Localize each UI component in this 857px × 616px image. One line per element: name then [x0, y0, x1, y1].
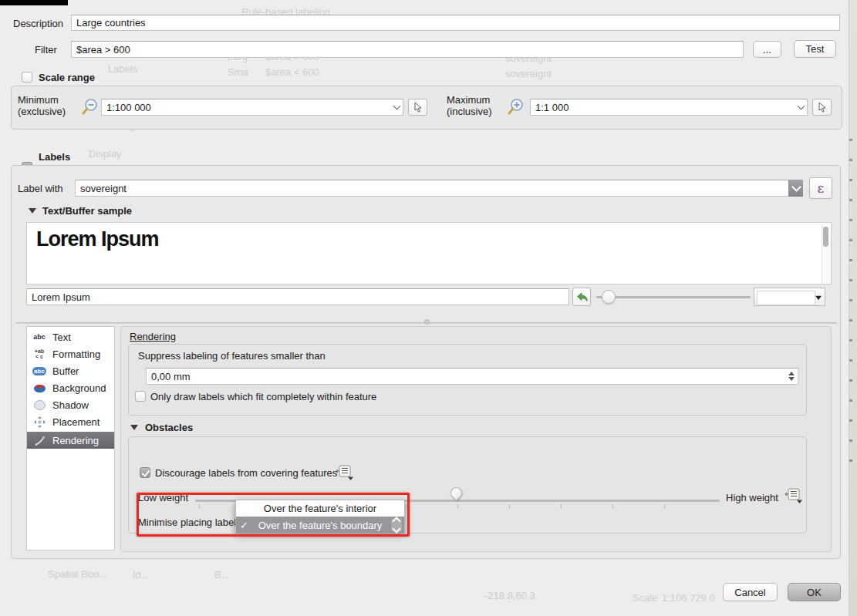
slider-handle[interactable] [602, 290, 616, 304]
chevron-down-icon[interactable] [394, 105, 400, 109]
rendering-panel-title: Rendering [130, 331, 176, 342]
shadow-icon [32, 400, 46, 410]
cancel-button[interactable]: Cancel [723, 583, 778, 601]
suppress-group: Suppress labeling of features smaller th… [128, 344, 807, 416]
top-edge-bar [0, 0, 68, 5]
label-with-value[interactable] [75, 180, 803, 197]
rendering-panel: Rendering Suppress labeling of features … [120, 326, 832, 552]
chevron-down-icon[interactable] [788, 180, 803, 197]
sidebar-item-label: Rendering [52, 435, 99, 446]
zoom-in-icon [505, 98, 525, 119]
ghost-text: Sma [228, 66, 248, 78]
ghost-text: Id... [133, 569, 150, 581]
text-sample-preview: Lorem Ipsum [26, 222, 832, 284]
filter-label: Filter [35, 44, 57, 56]
undo-arrow-icon [575, 291, 589, 303]
chevron-down-icon[interactable] [798, 105, 804, 109]
data-defined-expression-icon[interactable] [784, 488, 803, 507]
map-strip-marks [849, 139, 852, 463]
ghost-text: 1:106 729 0 [662, 592, 715, 604]
suppress-label: Suppress labeling of features smaller th… [138, 350, 326, 362]
buffer-icon: abc [32, 367, 46, 375]
discourage-checkbox[interactable] [140, 467, 150, 478]
maximum-scale-value[interactable] [530, 99, 808, 116]
maximum-label: Maximum(inclusive) [447, 94, 492, 117]
cursor-arrow-icon [413, 102, 423, 113]
style-settings-list: abc Text +ab< c Formatting abc Buffer Ba… [26, 326, 115, 550]
sample-scrollbar[interactable] [822, 224, 829, 284]
label-with-label: Label with [18, 183, 63, 194]
maximum-scale-combo[interactable] [530, 99, 808, 116]
epsilon-icon: ε [818, 180, 825, 196]
ghost-text: $area < 600 [265, 66, 319, 78]
sidebar-item-label: Shadow [52, 399, 89, 411]
minimum-scale-combo[interactable] [101, 99, 403, 116]
suppress-spinbox[interactable] [146, 368, 798, 385]
splitter-handle[interactable] [424, 319, 430, 325]
sample-text-input[interactable] [26, 288, 569, 305]
zoom-out-icon [79, 98, 100, 119]
stepper-arrows-icon[interactable] [787, 370, 796, 382]
obstacles-group: Discourage labels from covering features… [128, 436, 807, 534]
ghost-text: Labels [108, 63, 137, 75]
discourage-label: Discourage labels from covering features [155, 467, 337, 479]
text-icon: abc [32, 333, 46, 341]
sample-size-combo[interactable] [754, 288, 825, 306]
obstacle-slider-handle[interactable] [448, 485, 464, 501]
test-filter-button[interactable]: Test [794, 40, 836, 58]
cursor-arrow-icon [817, 102, 828, 113]
combo-field[interactable] [757, 291, 815, 305]
high-weight-label: High weight [726, 492, 778, 503]
scale-range-label: Scale range [39, 72, 95, 83]
labels-group: Label with ε Text/Buffer sample Lorem Ip… [11, 165, 841, 559]
red-highlight-rectangle [137, 493, 410, 537]
label-with-combo[interactable] [75, 180, 803, 197]
chevron-down-icon[interactable] [815, 296, 822, 301]
minimum-label: Minimum(exclusive) [18, 94, 66, 117]
expression-builder-button[interactable]: ... [753, 41, 781, 58]
labels-label: Labels [39, 151, 70, 163]
data-defined-override-button[interactable] [408, 99, 427, 116]
ghost-text: Scale [633, 592, 658, 604]
rendering-icon [32, 435, 46, 446]
ghost-text: Display [89, 148, 122, 160]
sidebar-item-rendering[interactable]: Rendering [27, 432, 114, 449]
sidebar-item-buffer[interactable]: abc Buffer [27, 362, 114, 379]
expression-epsilon-button[interactable]: ε [809, 177, 832, 199]
collapse-triangle-icon[interactable] [29, 208, 36, 214]
sidebar-item-label: Text [52, 332, 71, 343]
obstacles-header: Obstacles [145, 422, 193, 433]
sidebar-item-formatting[interactable]: +ab< c Formatting [27, 345, 114, 362]
scale-range-group: Minimum(exclusive) Maximum(inclusive) [11, 86, 842, 130]
sample-text: Lorem Ipsum [36, 227, 159, 251]
sidebar-item-placement[interactable]: Placement [27, 413, 114, 430]
sidebar-item-label: Buffer [52, 365, 79, 377]
edit-rule-dialog: Rule-based labeling Label Rule Min. scal… [0, 0, 857, 616]
fit-within-feature-checkbox[interactable] [135, 391, 146, 402]
suppress-value[interactable] [146, 368, 798, 385]
ok-button[interactable]: OK [788, 583, 841, 601]
scrollbar-thumb[interactable] [823, 227, 828, 247]
fit-within-feature-label: Only draw labels which fit completely wi… [150, 391, 376, 402]
description-input[interactable] [71, 15, 840, 31]
formatting-icon: +ab< c [32, 348, 46, 359]
ghost-text: Spatial Boo... [48, 568, 107, 580]
reset-sample-button[interactable] [572, 288, 591, 306]
sample-size-slider[interactable] [596, 296, 751, 298]
background-icon [32, 383, 46, 393]
sidebar-item-background[interactable]: Background [27, 379, 114, 396]
sidebar-item-label: Background [52, 382, 106, 394]
data-defined-override-button[interactable] [812, 99, 832, 116]
sidebar-item-shadow[interactable]: Shadow [27, 396, 114, 413]
minimum-scale-value[interactable] [101, 99, 403, 116]
sidebar-item-text[interactable]: abc Text [27, 328, 114, 345]
filter-input[interactable] [71, 41, 744, 58]
collapse-triangle-icon[interactable] [130, 425, 138, 430]
ghost-text: sovereignt [505, 68, 552, 79]
ghost-text: -218.8,60.3 [484, 590, 535, 601]
data-defined-expression-icon[interactable] [336, 465, 354, 483]
placement-icon [32, 416, 46, 428]
sample-section-header: Text/Buffer sample [42, 205, 132, 217]
sidebar-item-label: Placement [52, 416, 100, 428]
scale-range-checkbox[interactable] [22, 72, 32, 82]
